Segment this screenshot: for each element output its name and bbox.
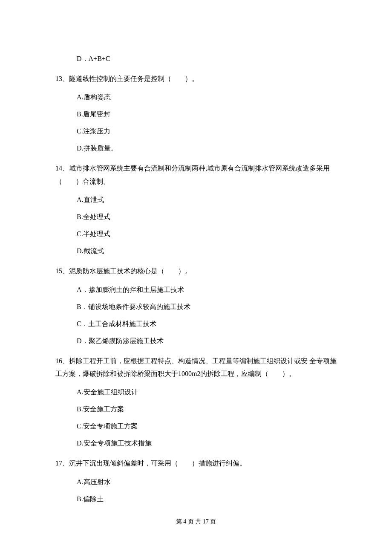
- question-16-option-c: C.安全专项施工方案: [77, 421, 337, 431]
- question-15-option-a: A．掺加膨润土的拌和土层施工技术: [77, 285, 337, 295]
- question-15-stem: 15、泥质防水层施工技术的核心是（ ）。: [55, 265, 337, 278]
- page-footer: 第 4 页 共 17 页: [55, 517, 337, 535]
- question-14-option-b: B.全处理式: [77, 212, 337, 222]
- question-17-stem: 17、沉井下沉出现倾斜偏差时，可采用（ ）措施进行纠偏。: [55, 457, 337, 470]
- question-15-option-d: D．聚乙烯膜防渗层施工技术: [77, 336, 337, 346]
- question-13-option-d: D.拼装质量。: [77, 143, 337, 153]
- question-16-stem: 16、拆除工程开工前，应根据工程特点、构造情况、工程量等编制施工组织设计或安 全…: [55, 355, 337, 381]
- question-13-stem: 13、隧道线性控制的主要任务是控制（ ）。: [55, 72, 337, 85]
- question-16-option-d: D.安全专项施工技术措施: [77, 438, 337, 448]
- question-17-option-a: A.高压射水: [77, 477, 337, 487]
- option-d-prev: D．A+B+C: [77, 54, 337, 64]
- question-15-option-b: B．铺设场地条件要求较高的施工技术: [77, 302, 337, 312]
- question-14-stem: 14、城市排水管网系统主要有合流制和分流制两种,城市原有合流制排水管网系统改造多…: [55, 162, 337, 188]
- question-14-option-d: D.截流式: [77, 246, 337, 256]
- question-16-option-a: A.安全施工组织设计: [77, 387, 337, 397]
- question-13-option-c: C.注浆压力: [77, 126, 337, 136]
- question-13-option-a: A.盾构姿态: [77, 92, 337, 102]
- question-13-option-b: B.盾尾密封: [77, 109, 337, 119]
- question-15-option-c: C．土工合成材料施工技术: [77, 319, 337, 329]
- question-17-option-b: B.偏除土: [77, 494, 337, 504]
- question-16-option-b: B.安全施工方案: [77, 404, 337, 414]
- question-14-option-a: A.直泄式: [77, 195, 337, 205]
- question-14-option-c: C.半处理式: [77, 229, 337, 239]
